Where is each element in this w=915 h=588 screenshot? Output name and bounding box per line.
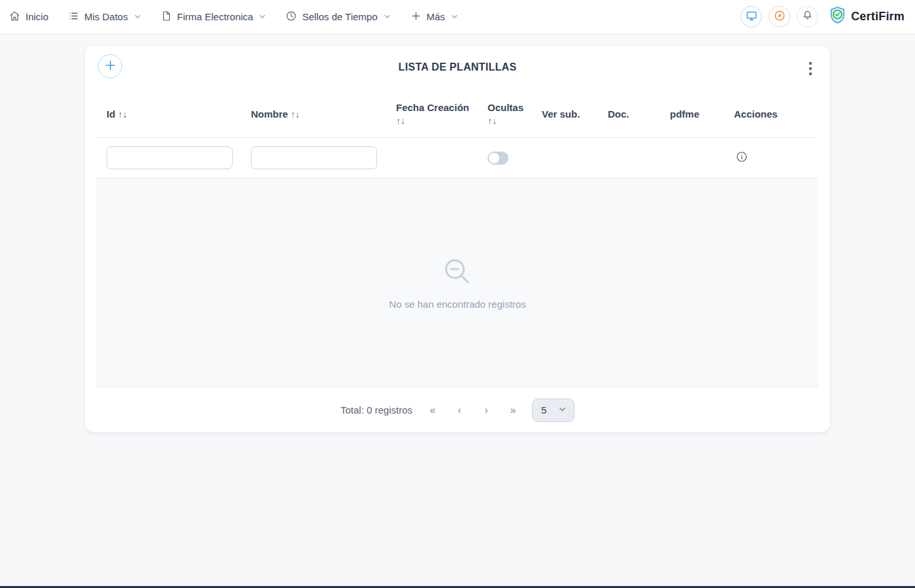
column-header-acciones: Acciones [734, 108, 818, 121]
sort-icon[interactable]: ↑↓ [396, 116, 405, 126]
column-header-pdfme: pdfme [670, 108, 734, 121]
pagination-controls: « ‹ › » [428, 404, 518, 416]
clock-icon [286, 10, 297, 24]
nombre-filter-input[interactable] [251, 146, 377, 169]
empty-message: No se han encontrado registros [389, 299, 525, 310]
next-page-button[interactable]: › [482, 404, 491, 416]
sort-icon[interactable]: ↑↓ [291, 109, 300, 120]
column-header-ocultas: Ocultas ↑↓ [488, 101, 542, 127]
nav-menu: Inicio Mis Datos Firma Electronica [9, 10, 458, 24]
column-header-ver-sub: Ver sub. [542, 108, 608, 121]
monitor-icon [746, 10, 757, 24]
id-filter-input[interactable] [107, 146, 233, 169]
top-navigation: Inicio Mis Datos Firma Electronica [0, 0, 915, 34]
table-header-row: Id ↑↓ Nombre ↑↓ Fecha Creación ↑↓ Oculta… [97, 91, 818, 138]
compass-button[interactable] [769, 6, 790, 27]
ocultas-toggle[interactable] [488, 152, 508, 165]
nav-item-label: Inicio [25, 11, 48, 22]
chevron-down-icon [258, 11, 266, 22]
plus-icon [410, 10, 422, 24]
zoom-out-icon [442, 256, 473, 290]
app-logo[interactable]: CertiFirm [829, 6, 905, 27]
page-size-select[interactable]: 5 [532, 399, 574, 422]
empty-state: No se han encontrado registros [97, 178, 818, 387]
nav-item-firma-electronica[interactable]: Firma Electronica [161, 10, 267, 24]
monitor-button[interactable] [740, 6, 762, 27]
chevron-down-icon [383, 11, 391, 22]
nav-item-mis-datos[interactable]: Mis Datos [68, 10, 141, 24]
nav-item-label: Firma Electronica [177, 11, 254, 22]
nav-item-label: Sellos de Tiempo [302, 11, 377, 22]
chevron-down-icon [558, 404, 567, 416]
table-filter-row [97, 138, 818, 178]
templates-table: Id ↑↓ Nombre ↑↓ Fecha Creación ↑↓ Oculta… [97, 91, 818, 433]
list-icon [68, 10, 79, 24]
nav-item-inicio[interactable]: Inicio [9, 10, 48, 24]
card-menu-button[interactable] [807, 59, 814, 78]
page-size-value: 5 [541, 404, 546, 416]
first-page-button[interactable]: « [428, 404, 437, 416]
toggle-knob [489, 153, 499, 163]
column-header-fecha-creacion: Fecha Creación ↑↓ [396, 101, 488, 127]
previous-page-button[interactable]: ‹ [455, 404, 464, 416]
total-records-label: Total: 0 registros [341, 404, 412, 416]
sort-icon[interactable]: ↑↓ [488, 116, 497, 126]
info-button[interactable] [737, 152, 747, 162]
nav-item-sellos-de-tiempo[interactable]: Sellos de Tiempo [286, 10, 390, 24]
column-header-doc: Doc. [608, 108, 670, 121]
last-page-button[interactable]: » [508, 404, 518, 416]
sort-icon[interactable]: ↑↓ [118, 109, 127, 120]
plantillas-card: LISTA DE PLANTILLAS Id ↑↓ Nombre ↑↓ Fech… [85, 46, 830, 433]
home-icon [9, 10, 20, 24]
pagination-bar: Total: 0 registros « ‹ › » 5 [97, 387, 818, 433]
page-title: LISTA DE PLANTILLAS [85, 61, 830, 73]
notifications-button[interactable] [797, 6, 818, 27]
main-content: LISTA DE PLANTILLAS Id ↑↓ Nombre ↑↓ Fech… [0, 46, 915, 433]
column-header-nombre: Nombre ↑↓ [251, 108, 396, 121]
document-icon [161, 10, 172, 24]
chevron-down-icon [450, 11, 458, 22]
nav-item-label: Más [427, 11, 445, 22]
compass-icon [774, 10, 786, 24]
bell-icon [802, 10, 813, 24]
nav-actions: CertiFirm [740, 6, 905, 27]
nav-item-mas[interactable]: Más [410, 10, 458, 24]
nav-item-label: Mis Datos [84, 11, 128, 22]
shield-check-icon [829, 6, 846, 27]
card-header: LISTA DE PLANTILLAS [85, 46, 830, 91]
brand-name: CertiFirm [851, 10, 905, 24]
chevron-down-icon [133, 11, 141, 22]
column-header-id: Id ↑↓ [107, 108, 251, 121]
